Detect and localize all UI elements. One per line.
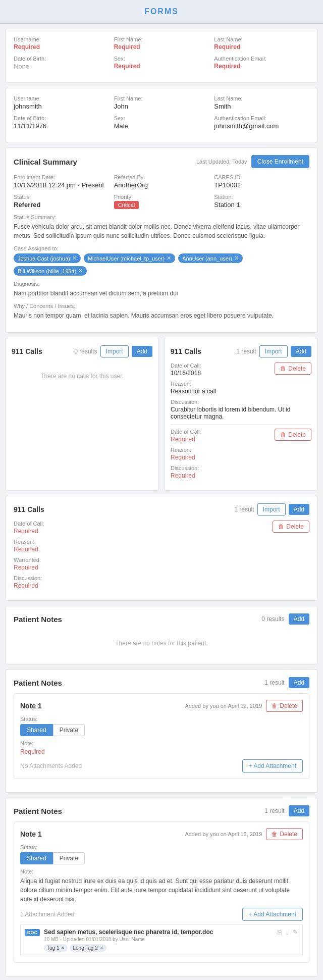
calls-section-2: 911 Calls 1 result Import Add Date of Ca… xyxy=(5,496,318,601)
copy-icon[interactable]: ⎘ xyxy=(278,929,282,936)
call-reason-value-1: Reason for a call xyxy=(171,388,311,395)
firstname-empty-col: First Name: Required xyxy=(114,36,209,50)
lastname-empty-value: Required xyxy=(214,43,309,50)
sex-filled-value: Male xyxy=(114,122,209,130)
tag-x-icon[interactable]: ✕ xyxy=(61,945,65,951)
calls-results-2: 1 result xyxy=(234,506,254,513)
add-attachment-button-1-0[interactable]: + Add Attachment xyxy=(242,759,303,772)
call-discussion-value-2: Required xyxy=(171,472,311,479)
status-col: Status: Referred xyxy=(14,194,109,209)
auth-email-empty-label: Authentication Email: xyxy=(214,56,309,62)
notes-add-button-0[interactable]: Add xyxy=(289,613,309,625)
form-empty-section: Username: Required First Name: Required … xyxy=(5,29,318,83)
station-col: Station: Station 1 xyxy=(214,194,309,209)
lastname-filled-label: Last Name: xyxy=(214,95,309,101)
calls-grid-1: 911 Calls 0 results Import Add There are… xyxy=(5,338,318,491)
note-added-1-0: Added by you on April 12, 2019 xyxy=(185,703,262,709)
patient-notes-section-2: Patient Notes 1 result Add Note 1 Added … xyxy=(5,798,318,976)
username-filled-value: johnsmith xyxy=(14,102,109,110)
tag-x-icon[interactable]: ✕ xyxy=(99,945,103,951)
dob-filled-label: Date of Birth: xyxy=(14,115,109,121)
page-header: FORMS xyxy=(0,0,323,24)
auth-email-empty-value: Required xyxy=(214,63,309,70)
attach-icons-2-0-0: ⎘ ↓ ✎ xyxy=(278,929,299,936)
call-delete-button-1[interactable]: 🗑 Delete xyxy=(275,363,311,375)
attach-tag-1[interactable]: Long Tag 2 ✕ xyxy=(70,944,106,952)
call-date-label-1: Date of Call: xyxy=(171,363,275,369)
call-discussion-label-2: Discussion: xyxy=(171,465,311,471)
add-attachment-button-2-0[interactable]: + Add Attachment xyxy=(242,908,303,921)
station-label: Station: xyxy=(214,194,309,200)
clinical-last-updated-label: Last Updated: Today xyxy=(196,159,247,165)
note-delete-button-2-0[interactable]: 🗑 Delete xyxy=(266,828,303,840)
notes-results-2: 1 result xyxy=(264,807,284,814)
close-enrollment-button[interactable]: Close Enrollment xyxy=(251,155,309,168)
status-summary-label: Status Summary: xyxy=(14,214,309,220)
assigned-tag-3[interactable]: Bill Willson (billie_1954) ✕ xyxy=(14,266,87,276)
assigned-tag-0[interactable]: Joshua Cast (joshua) ✕ xyxy=(14,253,81,263)
call-reason-value-2: Required xyxy=(171,454,311,461)
trash-icon-2: 🗑 xyxy=(280,431,286,438)
why-text: Mauris non tempor quam, et lacinia sapie… xyxy=(14,311,309,320)
cares-id-col: CARES ID: TP10002 xyxy=(214,174,309,189)
note-value-2-0: Aliqua id fugiat nostrud irure ex duis e… xyxy=(20,876,303,904)
referred-by-label: Referred By: xyxy=(114,174,209,180)
calls-add-button-empty[interactable]: Add xyxy=(132,346,152,357)
calls-import-button-empty[interactable]: Import xyxy=(100,345,129,357)
note-status-label-2-0: Status: xyxy=(20,844,303,850)
calls-import-button-filled[interactable]: Import xyxy=(259,345,288,357)
calls-no-data: There are no calls for this user. xyxy=(12,363,152,390)
notes-no-data-0: There are no notes for this patient. xyxy=(14,630,309,657)
notes-add-button-2[interactable]: Add xyxy=(289,805,309,816)
assigned-tag-2[interactable]: AnnUser (ann_user) ✕ xyxy=(178,253,243,263)
tag-remove-icon-3[interactable]: ✕ xyxy=(78,268,83,274)
calls-add-button-filled[interactable]: Add xyxy=(291,346,311,357)
note-status-tabs-1-0: Shared Private xyxy=(20,724,303,736)
calls-import-button-2[interactable]: Import xyxy=(257,503,286,515)
auth-email-filled-label: Authentication Email: xyxy=(214,115,309,121)
note-tab-private-1-0[interactable]: Private xyxy=(53,724,85,736)
clinical-title: Clinical Summary xyxy=(14,158,77,166)
cares-id-value: TP10002 xyxy=(214,181,309,189)
calls-title-2: 911 Calls xyxy=(14,505,44,513)
username-filled-label: Username: xyxy=(14,95,109,101)
enrollment-date-label: Enrollment Date: xyxy=(14,174,109,180)
lastname-empty-col: Last Name: Required xyxy=(214,36,309,50)
notes-results-0: 0 results xyxy=(261,615,284,623)
edit-icon[interactable]: ✎ xyxy=(293,929,298,936)
note-tab-private-2-0[interactable]: Private xyxy=(53,852,85,864)
trash-icon-note-2-0: 🗑 xyxy=(272,831,278,838)
call-warranted-label-req: Warranted: xyxy=(14,557,309,563)
download-icon[interactable]: ↓ xyxy=(286,929,289,936)
tag-remove-icon-1[interactable]: ✕ xyxy=(167,255,171,262)
tag-remove-icon-2[interactable]: ✕ xyxy=(234,255,239,262)
note-tab-shared-1-0[interactable]: Shared xyxy=(20,724,53,736)
call-discussion-value-1: Curabitur lobortis id lorem id bibendum.… xyxy=(171,406,311,420)
note-title-1-0: Note 1 xyxy=(20,702,42,710)
note-status-label-1-0: Status: xyxy=(20,716,303,722)
diagnosis-text: Nam porttitor blandit accumsan vel dictu… xyxy=(14,289,309,298)
firstname-filled-value: John xyxy=(114,102,209,110)
note-delete-button-1-0[interactable]: 🗑 Delete xyxy=(266,700,303,712)
lastname-empty-label: Last Name: xyxy=(214,36,309,42)
call-delete-button-req[interactable]: 🗑 Delete xyxy=(273,521,309,533)
tag-remove-icon-0[interactable]: ✕ xyxy=(72,255,77,262)
notes-results-1: 1 result xyxy=(264,679,284,686)
assigned-tag-1[interactable]: MichaelUser (michael_tp_user) ✕ xyxy=(84,253,175,263)
call-date-value-2: Required xyxy=(171,436,275,443)
call-delete-button-2[interactable]: 🗑 Delete xyxy=(275,429,311,441)
call-item-req: Date of Call: Required 🗑 Delete Reason: … xyxy=(14,521,309,589)
notes-add-button-1[interactable]: Add xyxy=(289,677,309,688)
note-attach-count-1-0: No Attachments Added xyxy=(20,762,82,769)
note-tab-shared-2-0[interactable]: Shared xyxy=(20,852,53,864)
status-summary-text: Fusce vehicula dolor arcu, sit amet blan… xyxy=(14,222,309,240)
dob-empty-value: None xyxy=(14,63,109,70)
priority-value: Critical xyxy=(114,201,139,209)
note-item-1-0: Note 1 Added by you on April 12, 2019 🗑 … xyxy=(14,693,309,779)
calls-col-filled: 911 Calls 1 result Import Add Date of Ca… xyxy=(164,338,318,491)
calls-add-button-2[interactable]: Add xyxy=(289,504,309,515)
attach-tag-0[interactable]: Tag 1 ✕ xyxy=(44,944,68,952)
note-added-2-0: Added by you on April 12, 2019 xyxy=(185,831,262,837)
auth-email-filled-col: Authentication Email: johnsmith@gmail.co… xyxy=(214,115,309,130)
call-date-value-1: 10/16/2018 xyxy=(171,370,275,377)
